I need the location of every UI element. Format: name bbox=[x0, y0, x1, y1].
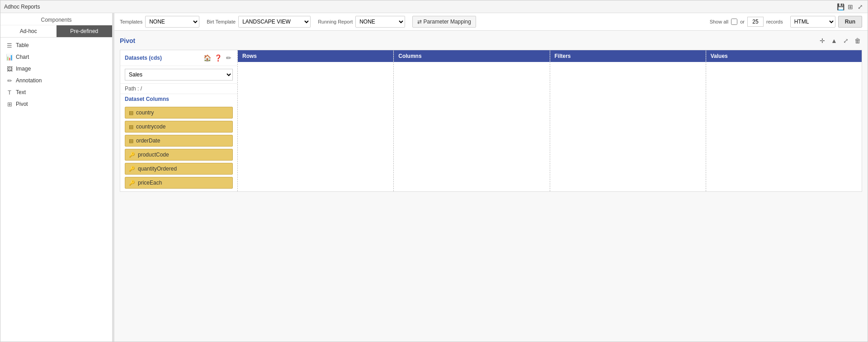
column-label-orderdate: orderDate bbox=[136, 138, 160, 144]
birt-template-group: Birt Template LANDSCAPE VIEW bbox=[207, 16, 311, 28]
image-icon: 🖼 bbox=[6, 65, 13, 72]
drop-zone-rows[interactable]: Rows bbox=[238, 50, 394, 191]
pivot-icon: ⊞ bbox=[6, 100, 13, 108]
format-select[interactable]: HTML bbox=[790, 16, 835, 28]
pivot-container: Pivot ✛ ▲ ⤢ 🗑 Datasets (cds) bbox=[114, 31, 868, 342]
path-separator: : bbox=[137, 86, 141, 92]
drop-zone-values-body[interactable] bbox=[706, 62, 862, 191]
column-item-priceeach[interactable]: 🔑 priceEach bbox=[125, 177, 233, 189]
or-label: or bbox=[740, 19, 745, 24]
drop-zone-filters-body[interactable] bbox=[550, 62, 706, 191]
templates-select[interactable]: NONE bbox=[145, 16, 199, 28]
home-icon[interactable]: 🏠 bbox=[203, 54, 211, 62]
column-icon-orderdate: ▤ bbox=[129, 138, 133, 144]
tab-adhoc[interactable]: Ad-hoc bbox=[0, 25, 57, 37]
up-icon[interactable]: ▲ bbox=[830, 36, 839, 45]
templates-group: Templates NONE bbox=[120, 16, 199, 28]
help-icon[interactable]: ❓ bbox=[214, 54, 222, 62]
running-report-label: Running Report bbox=[318, 19, 353, 24]
column-icon-productcode: 🔑 bbox=[129, 152, 135, 158]
sidebar-item-table-label: Table bbox=[16, 42, 29, 48]
pivot-title: Pivot bbox=[120, 37, 135, 44]
dataset-icons: 🏠 ❓ ✏ bbox=[203, 54, 233, 62]
dataset-path: Path : / bbox=[120, 84, 237, 94]
show-all-group: Show all or records bbox=[710, 17, 783, 27]
save-icon[interactable]: 💾 bbox=[837, 3, 844, 10]
table-icon: ☰ bbox=[6, 42, 13, 49]
sidebar-item-annotation-label: Annotation bbox=[16, 77, 42, 84]
pivot-layout: Datasets (cds) 🏠 ❓ ✏ Sales bbox=[120, 50, 862, 192]
datasets-title: Datasets (cds) bbox=[125, 55, 162, 61]
sidebar-item-pivot-label: Pivot bbox=[16, 101, 28, 107]
column-item-quantityordered[interactable]: 🔑 quantityOrdered bbox=[125, 163, 233, 175]
birt-template-select[interactable]: LANDSCAPE VIEW bbox=[238, 16, 311, 28]
sidebar-item-annotation[interactable]: ✏ Annotation bbox=[0, 75, 112, 86]
column-item-countrycode[interactable]: ▤ countrycode bbox=[125, 121, 233, 133]
sidebar-item-chart-label: Chart bbox=[16, 54, 29, 60]
sidebar-item-pivot[interactable]: ⊞ Pivot bbox=[0, 98, 112, 110]
delete-icon[interactable]: 🗑 bbox=[853, 36, 862, 45]
resize-icon[interactable]: ⤢ bbox=[841, 36, 850, 45]
show-all-checkbox[interactable] bbox=[731, 19, 737, 25]
column-icon-country: ▤ bbox=[129, 110, 133, 116]
dataset-panel: Datasets (cds) 🏠 ❓ ✏ Sales bbox=[120, 50, 238, 191]
dataset-columns-label: Dataset Columns bbox=[120, 94, 237, 104]
column-item-orderdate[interactable]: ▤ orderDate bbox=[125, 135, 233, 147]
records-input[interactable] bbox=[747, 17, 764, 27]
column-item-country[interactable]: ▤ country bbox=[125, 107, 233, 119]
annotation-icon: ✏ bbox=[6, 77, 13, 84]
drop-zone-filters-header: Filters bbox=[550, 50, 706, 62]
sidebar-item-table[interactable]: ☰ Table bbox=[0, 39, 112, 51]
maximize-icon[interactable]: ⤢ bbox=[857, 3, 864, 10]
records-label: records bbox=[766, 19, 783, 24]
running-report-group: Running Report NONE bbox=[318, 16, 405, 28]
dataset-select[interactable]: Sales bbox=[125, 69, 233, 81]
add-icon[interactable]: ✛ bbox=[818, 36, 827, 45]
title-bar-icons: 💾 ⊞ ⤢ bbox=[837, 3, 864, 10]
running-report-select[interactable]: NONE bbox=[355, 16, 405, 28]
toolbar: Templates NONE Birt Template LANDSCAPE V… bbox=[114, 13, 868, 31]
column-icon-countrycode: ▤ bbox=[129, 124, 133, 130]
chart-icon: 📊 bbox=[6, 53, 13, 61]
column-label-quantityordered: quantityOrdered bbox=[138, 166, 177, 172]
templates-label: Templates bbox=[120, 19, 142, 24]
drop-zone-rows-body[interactable] bbox=[238, 62, 393, 191]
content-area: Templates NONE Birt Template LANDSCAPE V… bbox=[114, 13, 868, 342]
drop-zone-values-header: Values bbox=[706, 50, 862, 62]
column-label-countrycode: countrycode bbox=[136, 124, 165, 130]
path-value: / bbox=[141, 86, 142, 92]
column-label-productcode: productCode bbox=[138, 152, 169, 158]
edit-icon[interactable]: ✏ bbox=[225, 54, 233, 62]
sidebar-title: Components bbox=[0, 13, 112, 25]
column-label-country: country bbox=[136, 109, 154, 116]
path-label: Path bbox=[125, 86, 136, 92]
sidebar-item-text[interactable]: T Text bbox=[0, 86, 112, 98]
drop-zone-columns-body[interactable] bbox=[394, 62, 549, 191]
grid-icon[interactable]: ⊞ bbox=[847, 3, 854, 10]
text-icon: T bbox=[6, 89, 13, 96]
param-mapping-button[interactable]: ⇄ Parameter Mapping bbox=[412, 16, 476, 28]
dataset-header: Datasets (cds) 🏠 ❓ ✏ bbox=[120, 50, 237, 66]
drop-zone-rows-header: Rows bbox=[238, 50, 393, 62]
column-icon-priceeach: 🔑 bbox=[129, 180, 135, 186]
main-layout: Components Ad-hoc Pre-defined ☰ Table 📊 … bbox=[0, 13, 868, 342]
drop-zone-values[interactable]: Values bbox=[706, 50, 862, 191]
column-icon-quantityordered: 🔑 bbox=[129, 166, 135, 172]
sidebar-item-image-label: Image bbox=[16, 66, 31, 72]
sidebar-item-chart[interactable]: 📊 Chart bbox=[0, 51, 112, 63]
app-window: Adhoc Reports 💾 ⊞ ⤢ Components Ad-hoc Pr… bbox=[0, 0, 868, 342]
sidebar-items: ☰ Table 📊 Chart 🖼 Image ✏ Annotation T bbox=[0, 38, 112, 112]
app-title: Adhoc Reports bbox=[4, 4, 40, 10]
tab-predefined[interactable]: Pre-defined bbox=[57, 25, 113, 37]
sidebar-item-text-label: Text bbox=[16, 89, 26, 95]
dataset-select-row: Sales bbox=[120, 66, 237, 84]
sidebar-item-image[interactable]: 🖼 Image bbox=[0, 63, 112, 75]
pivot-header-icons: ✛ ▲ ⤢ 🗑 bbox=[818, 36, 862, 45]
format-group: HTML Run bbox=[790, 16, 862, 28]
drop-zone-columns[interactable]: Columns bbox=[394, 50, 550, 191]
column-item-productcode[interactable]: 🔑 productCode bbox=[125, 149, 233, 161]
run-button[interactable]: Run bbox=[838, 16, 862, 28]
sidebar: Components Ad-hoc Pre-defined ☰ Table 📊 … bbox=[0, 13, 113, 342]
drop-zone-filters[interactable]: Filters bbox=[550, 50, 706, 191]
dataset-columns-list: ▤ country ▤ countrycode ▤ orderDate bbox=[120, 104, 237, 191]
